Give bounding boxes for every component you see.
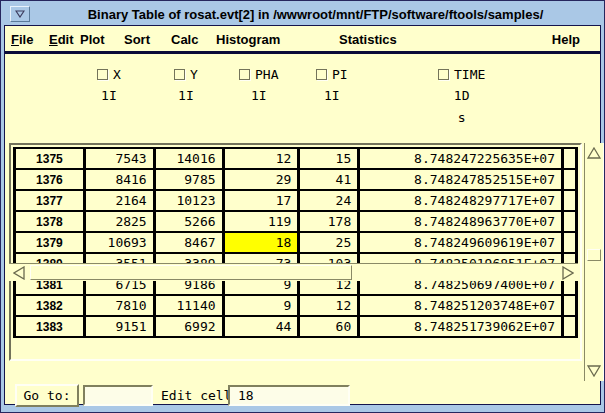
horizontal-scrollbar[interactable] [9,263,578,281]
row-number[interactable]: 1375 [15,148,85,169]
cell-y[interactable]: 9785 [154,169,223,190]
column-name: TIME [454,67,485,82]
cell-x[interactable]: 9151 [84,316,154,337]
column-type: 1I [251,88,267,103]
row-number[interactable]: 1376 [15,169,85,190]
row-number[interactable]: 1377 [15,190,85,211]
vertical-scroll-thumb[interactable] [587,249,601,261]
title-bar[interactable]: Binary Table of rosat.evt[2] in /wwwroot… [4,3,601,25]
cell-x[interactable]: 7543 [84,148,154,169]
menu-histogram[interactable]: Histogram [216,26,280,54]
triangle-down-icon [587,365,601,377]
menu-plot[interactable]: Plot [80,26,105,54]
cell-pha[interactable]: 12 [223,148,299,169]
triangle-up-icon [587,147,601,159]
table-row: 137721641012317248.748248297717E+07 [15,190,577,211]
cell-pi[interactable]: 24 [299,190,359,211]
cell-pi[interactable]: 25 [299,232,359,253]
row-number[interactable]: 1383 [15,316,85,337]
column-header-area: X 1I Y 1I PHA 1I PI 1I TIME 1D [5,57,600,142]
cell-pi[interactable]: 15 [299,148,359,169]
column-checkbox-time[interactable] [438,69,449,80]
cell-time[interactable]: 8.748248297717E+07 [359,190,563,211]
menu-sort[interactable]: Sort [124,26,150,54]
menu-statistics[interactable]: Statistics [339,26,397,54]
partial-cell [563,232,577,253]
column-unit: s [458,110,466,125]
column-type: 1I [324,88,340,103]
cell-pha[interactable]: 29 [223,169,299,190]
cell-x[interactable]: 2825 [84,211,154,232]
table-row: 13839151699244608.748251739062E+07 [15,316,577,337]
horizontal-scroll-thumb[interactable] [30,265,352,280]
menu-bar: File Edit Plot Sort Calc Histogram Stati… [5,26,600,54]
cell-x[interactable]: 7810 [84,295,154,316]
menu-calc[interactable]: Calc [171,26,198,54]
row-number[interactable]: 1382 [15,295,85,316]
column-checkbox-y[interactable] [174,69,185,80]
edit-cell-input[interactable] [228,385,350,406]
column-checkbox-pha[interactable] [239,69,250,80]
scroll-left-button[interactable] [9,264,29,281]
menu-edit[interactable]: Edit [49,26,74,54]
cell-time[interactable]: 8.748247225635E+07 [359,148,563,169]
cell-pi[interactable]: 41 [299,169,359,190]
cell-y[interactable]: 5266 [154,211,223,232]
cell-pi[interactable]: 12 [299,295,359,316]
table-row: 13827810111409128.748251203748E+07 [15,295,577,316]
cell-pha[interactable]: 119 [223,211,299,232]
cell-x[interactable]: 2164 [84,190,154,211]
window-title: Binary Table of rosat.evt[2] in /wwwroot… [30,7,601,22]
table-row: 13768416978529418.748247852515E+07 [15,169,577,190]
cell-time[interactable]: 8.748247852515E+07 [359,169,563,190]
cell-x[interactable]: 8416 [84,169,154,190]
menu-file[interactable]: File [11,26,33,54]
cell-pha[interactable]: 44 [223,316,299,337]
column-type: 1D [454,88,470,103]
cell-pha[interactable]: 9 [223,295,299,316]
partial-cell [563,295,577,316]
column-name: Y [190,67,198,82]
cell-time[interactable]: 8.748249609619E+07 [359,232,563,253]
column-name: X [113,67,121,82]
column-header-x: X 1I [97,67,121,123]
partial-cell [563,316,577,337]
cell-y[interactable]: 10123 [154,190,223,211]
cell-time[interactable]: 8.748251739062E+07 [359,316,563,337]
partial-cell [563,190,577,211]
partial-cell [563,169,577,190]
table-row: 137575431401612158.748247225635E+07 [15,148,577,169]
cell-pi[interactable]: 178 [299,211,359,232]
cell-y[interactable]: 11140 [154,295,223,316]
window-menu-button[interactable] [10,6,30,22]
column-header-pi: PI 1I [316,67,348,123]
cell-pi[interactable]: 60 [299,316,359,337]
table-panel: 137575431401612158.748247225635E+0713768… [9,143,582,361]
column-checkbox-pi[interactable] [316,69,327,80]
cell-y[interactable]: 14016 [154,148,223,169]
cell-y[interactable]: 8467 [154,232,223,253]
column-checkbox-x[interactable] [97,69,108,80]
column-name: PHA [255,67,278,82]
triangle-left-icon [13,266,25,280]
row-number[interactable]: 1379 [15,232,85,253]
row-number[interactable]: 1378 [15,211,85,232]
menu-help[interactable]: Help [552,26,580,54]
scroll-right-button[interactable] [558,264,578,281]
triangle-down-icon [15,10,25,18]
scroll-up-button[interactable] [585,143,603,163]
vertical-scrollbar[interactable] [584,143,604,381]
cell-pha[interactable]: 17 [223,190,299,211]
scroll-down-button[interactable] [585,361,603,381]
table-body: 137575431401612158.748247225635E+0713768… [15,148,577,337]
cell-x[interactable]: 10693 [84,232,154,253]
cell-time[interactable]: 8.748248963770E+07 [359,211,563,232]
go-to-button[interactable]: Go to: [15,384,79,407]
cell-time[interactable]: 8.748251203748E+07 [359,295,563,316]
partial-cell [563,148,577,169]
column-header-y: Y 1I [174,67,198,123]
partial-cell [563,211,577,232]
go-to-input[interactable] [83,385,153,406]
cell-y[interactable]: 6992 [154,316,223,337]
selected-cell[interactable]: 18 [223,232,299,253]
